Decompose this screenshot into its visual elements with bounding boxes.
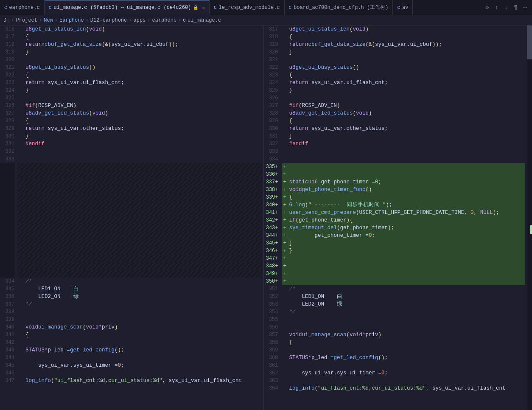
down-icon[interactable]: ↓ — [503, 3, 510, 12]
diff-prefix — [283, 316, 289, 323]
left-code-pane[interactable]: 3163173183193203213223233243253263273283… — [0, 25, 263, 410]
tab-earphone[interactable]: C earphone.c — [0, 0, 45, 15]
diff-prefix — [283, 369, 289, 377]
code-line: } — [282, 132, 526, 140]
code-line: +} — [282, 247, 526, 255]
code-line: return cbuf_get_data_size(&(sys_ui_var.u… — [18, 41, 262, 48]
diff-prefix — [283, 308, 289, 316]
tab-av[interactable]: C av — [393, 0, 413, 15]
diff-prefix — [20, 339, 25, 346]
empty-line — [18, 186, 262, 194]
line-number: 336 — [0, 293, 14, 300]
line-number: 344+ — [264, 232, 278, 239]
settings-icon[interactable]: ⚙ — [484, 3, 490, 12]
code-line: return sys_ui_var.ui_flash_cnt; — [18, 79, 262, 87]
breadcrumb-file: ui_manage.c — [188, 17, 221, 23]
diff-prefix — [283, 125, 289, 132]
line-number: 327 — [0, 110, 14, 117]
line-number: 316 — [0, 25, 14, 33]
code-line — [282, 316, 526, 323]
code-line: #endif — [18, 140, 262, 148]
tab-ui-manage-diff[interactable]: C ui_manage.c (5fadcb3) ↔ ui_manage.c (c… — [45, 0, 210, 15]
more-icon[interactable]: ⋯ — [522, 3, 529, 12]
line-number: 356 — [264, 323, 278, 331]
tab-le-rcsp[interactable]: C le_rcsp_adv_module.c — [210, 0, 285, 15]
line-number: 359 — [264, 346, 278, 354]
diff-prefix — [20, 331, 25, 339]
tab-board-cfg[interactable]: C board_ac700n_demo_cfg.h (工作树) — [285, 0, 393, 15]
left-code-content: u8 get_ui_status_len(void) { return cbuf… — [18, 25, 263, 410]
line-number: 334 — [0, 278, 14, 285]
line-number: 330 — [264, 125, 278, 132]
code-line — [282, 155, 526, 163]
code-line: LED2_ON 绿 — [282, 300, 526, 308]
right-code-scroll: 3173183193203213223233243253263273283293… — [264, 25, 527, 410]
empty-line — [18, 224, 262, 232]
diff-prefix — [283, 285, 289, 293]
code-line: STATUS *p_led = get_led_config(); — [18, 346, 262, 354]
editor-scrollbar[interactable] — [527, 25, 532, 410]
code-line: + — [282, 255, 526, 262]
paragraph-icon[interactable]: ¶ — [512, 3, 519, 12]
diff-prefix: + — [283, 186, 289, 194]
diff-prefix — [20, 354, 25, 362]
diff-prefix: + — [283, 255, 289, 262]
line-number: 352 — [264, 293, 278, 300]
right-code-pane[interactable]: 3173183193203213223233243253263273283293… — [263, 25, 527, 410]
diff-prefix — [20, 293, 25, 300]
diff-prefix — [283, 385, 289, 392]
breadcrumb-d12: D12-earphone — [90, 17, 127, 23]
code-line: u8 get_ui_status_len(void) — [18, 25, 262, 33]
diff-prefix — [20, 33, 25, 41]
up-icon[interactable]: ↑ — [493, 3, 500, 12]
diff-prefix — [283, 64, 289, 71]
code-line — [282, 346, 526, 354]
code-line: #if (RCSP_ADV_EN) — [282, 102, 526, 110]
code-line: { — [18, 33, 262, 41]
diff-prefix: + — [283, 224, 289, 232]
diff-prefix: + — [283, 262, 289, 270]
diff-prefix — [20, 41, 25, 48]
line-number: 353 — [264, 300, 278, 308]
breadcrumb-earphone-dir: earphone — [152, 17, 177, 23]
empty-line — [18, 209, 262, 216]
diff-prefix — [20, 377, 25, 385]
line-number: 345 — [0, 362, 14, 369]
code-line: sys_ui_var.sys_ui_timer = 0; — [282, 369, 526, 377]
code-line — [18, 354, 262, 362]
diff-prefix — [283, 300, 289, 308]
diff-prefix — [283, 140, 289, 148]
line-number: 326 — [264, 94, 278, 102]
line-number: 339+ — [264, 194, 278, 201]
diff-prefix — [20, 132, 25, 140]
tab-close-button[interactable]: ✕ — [202, 5, 205, 11]
diff-prefix — [20, 140, 25, 148]
code-line: /* — [18, 278, 262, 285]
line-number: 324 — [0, 87, 14, 94]
code-line — [18, 308, 262, 316]
breadcrumb-apps: apps — [133, 17, 146, 23]
line-number: 338 — [0, 308, 14, 316]
diff-prefix — [20, 117, 25, 125]
diff-prefix — [20, 94, 25, 102]
code-line: { — [282, 117, 526, 125]
scrollbar-thumb[interactable] — [527, 25, 532, 59]
line-number: 348+ — [264, 262, 278, 270]
code-line — [18, 369, 262, 377]
diff-prefix — [20, 79, 25, 87]
diff-marker — [530, 225, 532, 234]
line-number: 320 — [264, 48, 278, 56]
line-number: 361 — [264, 362, 278, 369]
diff-prefix — [20, 56, 25, 64]
diff-prefix — [20, 308, 25, 316]
line-number: 328 — [0, 117, 14, 125]
empty-line — [18, 255, 262, 262]
code-line: void ui_manage_scan(void *priv) — [18, 323, 262, 331]
code-line: { — [18, 117, 262, 125]
line-number: 329 — [0, 125, 14, 132]
code-line: /* — [282, 285, 526, 293]
code-line: u8 get_ui_busy_status() — [18, 64, 262, 71]
diff-prefix — [283, 354, 289, 362]
c-file-icon: C — [49, 5, 52, 10]
diff-prefix — [20, 285, 25, 293]
